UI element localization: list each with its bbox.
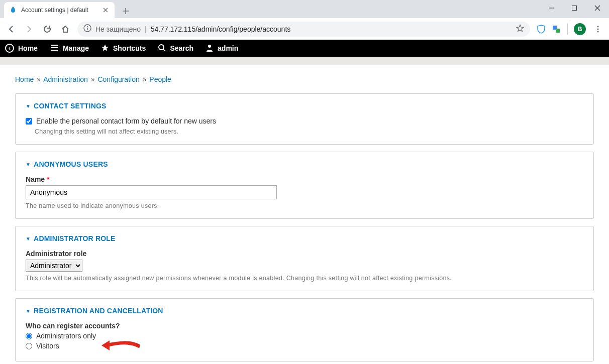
- svg-point-21: [208, 45, 211, 48]
- star-icon: [101, 44, 109, 53]
- browser-forward-button[interactable]: [23, 23, 35, 35]
- drupal-admin-toolbar: ‹ Home Manage Shortcuts Search admin: [0, 40, 609, 57]
- browser-tab-title: Account settings | default: [21, 7, 97, 14]
- extension-icons: [536, 24, 561, 34]
- svg-rect-1: [572, 6, 577, 11]
- svg-point-14: [597, 28, 599, 30]
- panel-heading-adminrole[interactable]: ▼ ADMINISTRATOR ROLE: [26, 234, 583, 242]
- tab-close-button[interactable]: [102, 6, 110, 14]
- toolbar-shortcuts-label: Shortcuts: [113, 44, 146, 52]
- panel-heading-adminrole-label: ADMINISTRATOR ROLE: [34, 234, 116, 242]
- browser-back-button[interactable]: [5, 23, 17, 35]
- breadcrumb-separator: »: [91, 75, 95, 83]
- toolbar-user[interactable]: admin: [206, 44, 238, 53]
- register-visitors-radio[interactable]: [26, 343, 32, 349]
- window-minimize-button[interactable]: [540, 0, 563, 16]
- breadcrumb-administration[interactable]: Administration: [43, 75, 88, 83]
- browser-tab-active[interactable]: Account settings | default: [4, 2, 115, 18]
- panel-heading-registration[interactable]: ▼ REGISTRATION AND CANCELLATION: [26, 307, 583, 315]
- panel-heading-contact[interactable]: ▼ CONTACT SETTINGS: [26, 102, 583, 110]
- adminrole-label: Administrator role: [26, 250, 583, 258]
- omnibox[interactable]: Не защищено | 54.77.172.115/admin/config…: [77, 22, 530, 37]
- window-maximize-button[interactable]: [563, 0, 586, 16]
- window-controls: [540, 0, 609, 16]
- drupal-favicon-icon: [9, 6, 17, 14]
- address-bar: Не защищено | 54.77.172.115/admin/config…: [0, 18, 609, 40]
- required-star-icon: *: [47, 175, 49, 183]
- adminrole-desc: This role will be automatically assigned…: [26, 275, 583, 282]
- browser-menu-button[interactable]: [592, 23, 604, 35]
- svg-point-13: [597, 26, 599, 27]
- adminrole-select[interactable]: Administrator: [26, 260, 82, 272]
- panel-administrator-role: ▼ ADMINISTRATOR ROLE Administrator role …: [15, 226, 594, 291]
- toolbar-search-label: Search: [170, 44, 193, 52]
- site-info-icon[interactable]: [83, 24, 91, 34]
- page-content-scroll[interactable]: Home » Administration » Configuration » …: [0, 65, 609, 364]
- contact-default-desc: Changing this setting will not affect ex…: [35, 128, 583, 135]
- svg-point-15: [597, 31, 599, 32]
- anonymous-name-label-text: Name: [26, 175, 45, 183]
- toolbar-manage[interactable]: Manage: [50, 43, 89, 54]
- svg-point-19: [159, 45, 164, 50]
- window-close-button[interactable]: [586, 0, 609, 16]
- panel-heading-registration-label: REGISTRATION AND CANCELLATION: [34, 307, 163, 315]
- bookmark-star-icon[interactable]: [516, 24, 524, 34]
- caret-down-icon: ▼: [26, 236, 31, 241]
- toolbar-back-home[interactable]: ‹ Home: [5, 44, 38, 53]
- back-circle-icon: ‹: [5, 44, 14, 53]
- new-tab-button[interactable]: [119, 4, 133, 18]
- panel-heading-anonymous-label: ANONYMOUS USERS: [34, 160, 108, 168]
- tab-strip: Account settings | default: [0, 0, 609, 18]
- anonymous-name-label: Name *: [26, 175, 583, 183]
- caret-down-icon: ▼: [26, 162, 31, 167]
- anonymous-name-desc: The name used to indicate anonymous user…: [26, 202, 583, 209]
- omnibox-separator: |: [145, 25, 147, 33]
- panel-contact-settings: ▼ CONTACT SETTINGS Enable the personal c…: [15, 93, 594, 145]
- breadcrumb-people[interactable]: People: [149, 75, 171, 83]
- breadcrumb-separator: »: [37, 75, 41, 83]
- browser-chrome: Account settings | default Не защищено |…: [0, 0, 609, 40]
- extension-translate-icon[interactable]: [551, 24, 561, 34]
- svg-line-20: [163, 49, 165, 51]
- breadcrumb: Home » Administration » Configuration » …: [15, 75, 594, 83]
- who-can-register-label: Who can register accounts?: [26, 322, 583, 330]
- contact-default-checkbox[interactable]: [26, 118, 32, 125]
- svg-rect-10: [87, 28, 87, 30]
- breadcrumb-separator: »: [143, 75, 147, 83]
- browser-reload-button[interactable]: [41, 23, 53, 35]
- register-visitors-label: Visitors: [36, 342, 59, 350]
- caret-down-icon: ▼: [26, 308, 31, 314]
- toolbar-home-label: Home: [18, 44, 38, 52]
- hamburger-icon: [50, 43, 59, 54]
- toolbar-search[interactable]: Search: [158, 44, 193, 53]
- contact-default-label: Enable the personal contact form by defa…: [36, 117, 216, 125]
- svg-point-9: [87, 26, 88, 27]
- breadcrumb-home[interactable]: Home: [15, 75, 34, 83]
- user-icon: [206, 44, 214, 53]
- profile-initial: В: [578, 26, 582, 33]
- extension-shield-icon[interactable]: [536, 24, 546, 34]
- svg-rect-12: [556, 29, 560, 33]
- security-status-label: Не защищено: [95, 25, 141, 33]
- caret-down-icon: ▼: [26, 103, 31, 109]
- panel-heading-anonymous[interactable]: ▼ ANONYMOUS USERS: [26, 160, 583, 168]
- register-admins-only-radio[interactable]: [26, 333, 32, 339]
- drupal-secondary-tabs: [0, 57, 609, 65]
- toolbar-user-label: admin: [218, 44, 238, 52]
- panel-heading-contact-label: CONTACT SETTINGS: [34, 102, 107, 110]
- url-text: 54.77.172.115/admin/config/people/accoun…: [151, 25, 291, 33]
- anonymous-name-input[interactable]: [26, 185, 277, 199]
- browser-home-button[interactable]: [59, 23, 71, 35]
- toolbar-manage-label: Manage: [63, 44, 89, 52]
- profile-avatar-button[interactable]: В: [574, 23, 586, 35]
- register-admins-only-label: Administrators only: [36, 332, 96, 340]
- breadcrumb-configuration[interactable]: Configuration: [97, 75, 139, 83]
- search-icon: [158, 44, 166, 53]
- annotation-red-arrow-icon: [99, 338, 140, 353]
- panel-anonymous-users: ▼ ANONYMOUS USERS Name * The name used t…: [15, 152, 594, 219]
- toolbar-shortcuts[interactable]: Shortcuts: [101, 44, 146, 53]
